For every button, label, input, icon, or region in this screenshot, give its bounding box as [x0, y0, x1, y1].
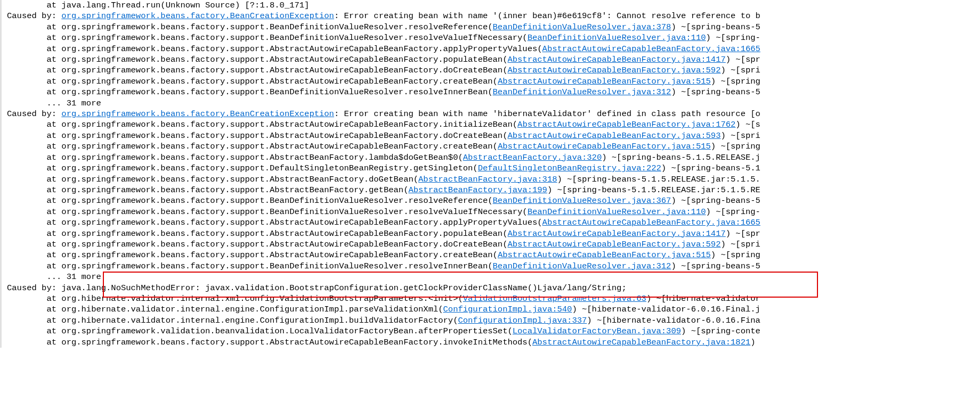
trace-text: Caused by:: [7, 109, 61, 119]
trace-text: ) ~[spring-beans-5.1.5.RELEASE.jar:5.1.5…: [557, 175, 760, 184]
source-link[interactable]: BeanDefinitionValueResolver.java:378: [493, 22, 671, 32]
trace-text: at org.springframework.beans.factory.sup…: [46, 65, 507, 75]
trace-text: ) ~[spring-beans-5.1.5.RELEASE.jar:5.1.5…: [547, 185, 760, 195]
stack-trace-line: at org.springframework.beans.factory.sup…: [7, 141, 980, 152]
stack-trace-line: at org.springframework.beans.factory.sup…: [7, 87, 980, 97]
source-link[interactable]: AbstractAutowireCapableBeanFactory.java:…: [532, 338, 750, 347]
trace-text: at org.springframework.beans.factory.sup…: [46, 120, 517, 129]
source-link[interactable]: BeanDefinitionValueResolver.java:110: [528, 207, 706, 217]
source-link[interactable]: AbstractBeanFactory.java:318: [418, 175, 557, 184]
source-link[interactable]: AbstractAutowireCapableBeanFactory.java:…: [507, 229, 725, 239]
trace-text: at java.lang.Thread.run(Unknown Source) …: [46, 1, 309, 10]
stack-trace-line: ... 31 more: [7, 272, 980, 282]
stack-trace-line: at org.springframework.beans.factory.sup…: [7, 239, 980, 250]
trace-text: ... 31 more: [46, 272, 101, 282]
trace-text: at org.springframework.beans.factory.sup…: [46, 185, 408, 195]
trace-text: at org.springframework.beans.factory.sup…: [46, 240, 507, 249]
trace-text: ) ~[spring-beans-5: [671, 196, 760, 206]
stack-trace-line: at org.springframework.beans.factory.sup…: [7, 207, 980, 217]
source-link[interactable]: LocalValidatorFactoryBean.java:309: [513, 326, 681, 336]
trace-text: at org.springframework.beans.factory.sup…: [46, 55, 507, 64]
stack-trace-line: at org.springframework.beans.factory.sup…: [7, 337, 980, 348]
source-link[interactable]: AbstractAutowireCapableBeanFactory.java:…: [507, 240, 720, 249]
trace-text: at org.springframework.beans.factory.sup…: [46, 175, 418, 184]
source-link[interactable]: AbstractAutowireCapableBeanFactory.java:…: [498, 77, 711, 86]
source-link[interactable]: ConfigurationImpl.java:540: [443, 305, 572, 314]
trace-text: Caused by:: [7, 11, 61, 21]
stack-trace-line: Caused by: org.springframework.beans.fac…: [7, 109, 980, 119]
trace-text: ) ~[spri: [720, 240, 760, 249]
stack-trace-line: at org.springframework.beans.factory.sup…: [7, 130, 980, 141]
source-link[interactable]: org.springframework.beans.factory.BeanCr…: [61, 109, 334, 119]
stack-trace-line: at org.springframework.beans.factory.sup…: [7, 261, 980, 272]
source-link[interactable]: AbstractAutowireCapableBeanFactory.java:…: [542, 218, 760, 227]
trace-text: at org.hibernate.validator.internal.xml.…: [46, 294, 463, 303]
source-link[interactable]: AbstractAutowireCapableBeanFactory.java:…: [498, 142, 711, 151]
trace-text: ): [750, 338, 755, 347]
trace-text: at org.springframework.beans.factory.sup…: [46, 77, 497, 86]
source-link[interactable]: AbstractAutowireCapableBeanFactory.java:…: [517, 120, 735, 129]
trace-text: ) ~[spring-beans-5.1: [661, 163, 760, 173]
source-link[interactable]: BeanDefinitionValueResolver.java:312: [493, 87, 671, 97]
stack-trace-line: Caused by: java.lang.NoSuchMethodError: …: [7, 283, 980, 293]
trace-text: at org.springframework.beans.factory.sup…: [46, 218, 542, 227]
stack-trace-line: at java.lang.Thread.run(Unknown Source) …: [7, 0, 980, 11]
trace-text: Caused by: java.lang.NoSuchMethodError: …: [7, 283, 627, 293]
stack-trace-line: at org.springframework.beans.factory.sup…: [7, 22, 980, 32]
trace-text: ) ~[spring: [711, 250, 760, 260]
trace-text: at org.springframework.beans.factory.sup…: [46, 22, 492, 32]
source-link[interactable]: org.springframework.beans.factory.BeanCr…: [61, 11, 334, 21]
source-link[interactable]: BeanDefinitionValueResolver.java:312: [493, 261, 671, 271]
trace-text: : Error creating bean with name 'hiberna…: [334, 109, 760, 119]
trace-text: at org.springframework.beans.factory.sup…: [46, 142, 497, 151]
stack-trace-line: at org.springframework.beans.factory.sup…: [7, 195, 980, 206]
source-link[interactable]: AbstractBeanFactory.java:199: [408, 185, 547, 195]
trace-text: ) ~[spring-: [706, 33, 760, 43]
trace-text: ) ~[spring-conte: [681, 326, 760, 336]
trace-text: at org.springframework.validation.beanva…: [46, 326, 512, 336]
trace-text: ) ~[spri: [720, 131, 760, 141]
trace-text: ) ~[spring-beans-5: [671, 22, 760, 32]
source-link[interactable]: ConfigurationImpl.java:337: [458, 316, 587, 325]
trace-text: ) ~[spring-: [706, 207, 760, 217]
trace-text: ) ~[spr: [726, 229, 760, 239]
source-link[interactable]: AbstractAutowireCapableBeanFactory.java:…: [507, 131, 720, 141]
trace-text: ) ~[spring-beans-5: [671, 261, 760, 271]
source-link[interactable]: AbstractBeanFactory.java:320: [463, 153, 602, 162]
trace-text: at org.springframework.beans.factory.sup…: [46, 261, 492, 271]
stack-trace-line: at org.hibernate.validator.internal.engi…: [7, 315, 980, 326]
stack-trace-line: at org.springframework.beans.factory.sup…: [7, 54, 980, 65]
trace-text: ) ~[hibernate-validator: [646, 294, 760, 303]
trace-text: ... 31 more: [46, 99, 101, 108]
stack-trace-line: at org.springframework.beans.factory.sup…: [7, 174, 980, 185]
source-link[interactable]: AbstractAutowireCapableBeanFactory.java:…: [507, 55, 725, 64]
trace-text: at org.springframework.beans.factory.sup…: [46, 338, 532, 347]
source-link[interactable]: AbstractAutowireCapableBeanFactory.java:…: [498, 250, 711, 260]
trace-text: at org.springframework.beans.factory.sup…: [46, 229, 507, 239]
stack-trace-line: at org.hibernate.validator.internal.xml.…: [7, 293, 980, 304]
trace-text: at org.springframework.beans.factory.sup…: [46, 163, 477, 173]
trace-text: ) ~[spring: [711, 142, 760, 151]
stack-trace-line: at org.springframework.beans.factory.sup…: [7, 76, 980, 87]
source-link[interactable]: ValidationBootstrapParameters.java:63: [463, 294, 646, 303]
trace-text: ) ~[spring-beans-5.1.5.RELEASE.j: [602, 153, 760, 162]
source-link[interactable]: AbstractAutowireCapableBeanFactory.java:…: [542, 44, 760, 54]
stack-trace-line: at org.hibernate.validator.internal.engi…: [7, 304, 980, 315]
trace-text: at org.hibernate.validator.internal.engi…: [46, 305, 443, 314]
stack-trace-line: at org.springframework.beans.factory.sup…: [7, 152, 980, 163]
trace-text: at org.springframework.beans.factory.sup…: [46, 131, 507, 141]
stack-trace-line: at org.springframework.beans.factory.sup…: [7, 250, 980, 260]
source-link[interactable]: AbstractAutowireCapableBeanFactory.java:…: [507, 65, 720, 75]
trace-text: ) ~[hibernate-validator-6.0.16.Fina: [587, 316, 760, 325]
source-link[interactable]: BeanDefinitionValueResolver.java:367: [493, 196, 671, 206]
stack-trace-line: at org.springframework.validation.beanva…: [7, 326, 980, 337]
trace-text: ) ~[spring-beans-5: [671, 87, 760, 97]
stack-trace-line: at org.springframework.beans.factory.sup…: [7, 228, 980, 239]
trace-text: at org.springframework.beans.factory.sup…: [46, 44, 542, 54]
stack-trace-line: at org.springframework.beans.factory.sup…: [7, 119, 980, 130]
source-link[interactable]: BeanDefinitionValueResolver.java:110: [528, 33, 706, 43]
stack-trace-line: at org.springframework.beans.factory.sup…: [7, 65, 980, 76]
source-link[interactable]: DefaultSingletonBeanRegistry.java:222: [478, 163, 661, 173]
stack-trace-line: at org.springframework.beans.factory.sup…: [7, 44, 980, 54]
stack-trace-line: ... 31 more: [7, 98, 980, 109]
